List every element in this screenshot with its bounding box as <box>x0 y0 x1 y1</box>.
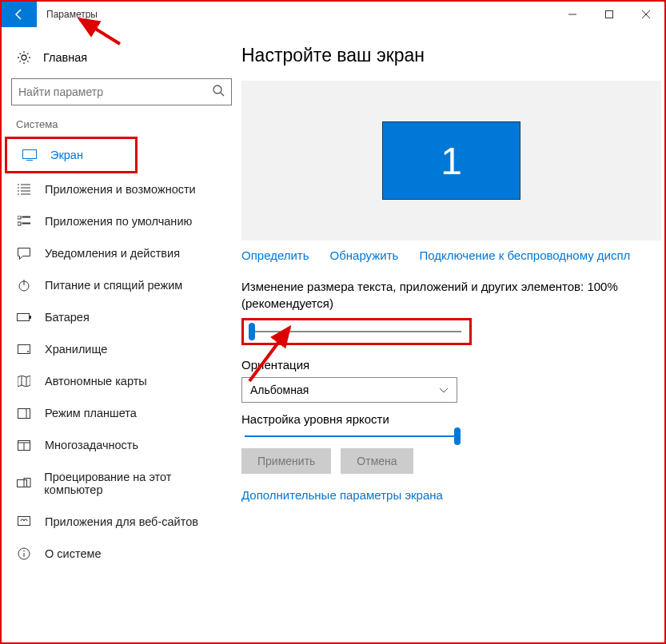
storage-icon <box>16 344 32 354</box>
project-icon <box>16 478 31 489</box>
minimize-button[interactable] <box>554 2 591 27</box>
svg-point-4 <box>22 55 26 60</box>
search-icon <box>212 84 225 100</box>
maximize-button[interactable] <box>591 2 628 27</box>
brightness-slider-thumb[interactable] <box>454 427 461 445</box>
sidebar-home-label: Главная <box>43 51 87 64</box>
power-icon <box>16 279 32 292</box>
sidebar-item-apps[interactable]: Приложения и возможности <box>2 173 241 205</box>
back-button[interactable] <box>2 2 37 27</box>
sidebar-item-label: Проецирование на этот компьютер <box>44 471 227 496</box>
sidebar-item-storage[interactable]: Хранилище <box>2 333 241 365</box>
apply-button[interactable]: Применить <box>241 448 331 474</box>
identify-link[interactable]: Определить <box>241 248 309 262</box>
sidebar-item-label: Приложения и возможности <box>45 183 196 196</box>
tablet-icon <box>16 408 32 419</box>
svg-rect-7 <box>23 150 37 159</box>
page-title: Настройте ваш экран <box>241 37 664 81</box>
chat-icon <box>16 248 32 260</box>
info-icon <box>16 547 32 560</box>
sidebar-item-label: Приложения по умолчанию <box>45 215 192 228</box>
brightness-label: Настройка уровня яркости <box>241 412 664 426</box>
grid-icon <box>16 216 32 227</box>
display-links: Определить Обнаружить Подключение к бесп… <box>241 241 664 278</box>
sidebar-item-projecting[interactable]: Проецирование на этот компьютер <box>2 461 241 506</box>
sidebar-item-label: Многозадачность <box>45 439 138 451</box>
gear-icon <box>16 50 32 66</box>
orientation-value: Альбомная <box>250 384 309 396</box>
sidebar-home[interactable]: Главная <box>11 46 232 78</box>
map-icon <box>16 376 32 387</box>
scale-slider[interactable] <box>249 331 461 332</box>
display-icon <box>22 149 38 161</box>
titlebar: Параметры <box>2 2 664 27</box>
search-input[interactable] <box>18 85 212 98</box>
chevron-down-icon <box>439 384 449 396</box>
list-icon <box>16 184 32 195</box>
svg-line-6 <box>221 93 224 96</box>
monitor-1[interactable]: 1 <box>382 121 520 200</box>
sidebar: Главная Система Экран Приложения и возмо… <box>2 27 241 642</box>
section-label: Система <box>2 117 241 137</box>
svg-rect-27 <box>18 408 30 418</box>
sidebar-item-label: Питание и спящий режим <box>45 279 182 292</box>
cancel-button[interactable]: Отмена <box>341 448 413 474</box>
close-button[interactable] <box>628 2 664 27</box>
sidebar-item-tablet[interactable]: Режим планшета <box>2 397 241 429</box>
svg-rect-17 <box>18 216 21 219</box>
sidebar-item-label: Батарея <box>45 311 90 324</box>
battery-icon <box>16 313 32 321</box>
sidebar-item-label: Хранилище <box>45 343 107 356</box>
sidebar-item-display[interactable]: Экран <box>7 139 135 171</box>
svg-rect-18 <box>22 217 30 217</box>
sidebar-item-notifications[interactable]: Уведомления и действия <box>2 237 241 269</box>
sidebar-item-label: Экран <box>50 149 83 161</box>
svg-point-5 <box>213 85 221 93</box>
svg-point-26 <box>27 351 29 352</box>
sidebar-item-about[interactable]: О системе <box>2 538 241 570</box>
main-panel: Настройте ваш экран 1 Определить Обнаруж… <box>241 27 664 642</box>
sidebar-item-default-apps[interactable]: Приложения по умолчанию <box>2 205 241 237</box>
monitor-preview[interactable]: 1 <box>241 81 661 241</box>
brightness-slider[interactable] <box>245 435 461 437</box>
sidebar-item-label: Режим планшета <box>45 407 137 419</box>
search-input-wrap[interactable] <box>11 78 232 105</box>
multitask-icon <box>16 440 32 451</box>
sidebar-item-label: Автономные карты <box>45 375 147 388</box>
sidebar-item-label: Приложения для веб-сайтов <box>45 515 198 528</box>
scale-label: Изменение размера текста, приложений и д… <box>241 278 664 313</box>
sidebar-item-label: О системе <box>45 547 101 560</box>
svg-point-36 <box>23 551 25 552</box>
orientation-label: Ориентация <box>241 358 664 372</box>
svg-rect-23 <box>18 314 30 321</box>
detect-link[interactable]: Обнаружить <box>330 248 399 262</box>
link-icon <box>16 516 32 527</box>
svg-rect-24 <box>30 316 31 319</box>
advanced-settings-link[interactable]: Дополнительные параметры экрана <box>241 488 664 502</box>
svg-rect-19 <box>18 222 21 225</box>
window-title: Параметры <box>37 2 554 27</box>
orientation-dropdown[interactable]: Альбомная <box>241 377 457 403</box>
svg-rect-32 <box>17 480 26 487</box>
sidebar-item-web-apps[interactable]: Приложения для веб-сайтов <box>2 506 241 538</box>
svg-rect-1 <box>606 11 613 18</box>
window-controls <box>554 2 664 27</box>
sidebar-item-battery[interactable]: Батарея <box>2 301 241 333</box>
wireless-link[interactable]: Подключение к беспроводному диспл <box>419 248 630 262</box>
sidebar-item-maps[interactable]: Автономные карты <box>2 365 241 397</box>
sidebar-item-multitask[interactable]: Многозадачность <box>2 429 241 461</box>
sidebar-item-label: Уведомления и действия <box>45 247 180 260</box>
svg-rect-20 <box>22 223 30 224</box>
sidebar-item-power[interactable]: Питание и спящий режим <box>2 269 241 301</box>
scale-slider-thumb[interactable] <box>249 323 255 340</box>
